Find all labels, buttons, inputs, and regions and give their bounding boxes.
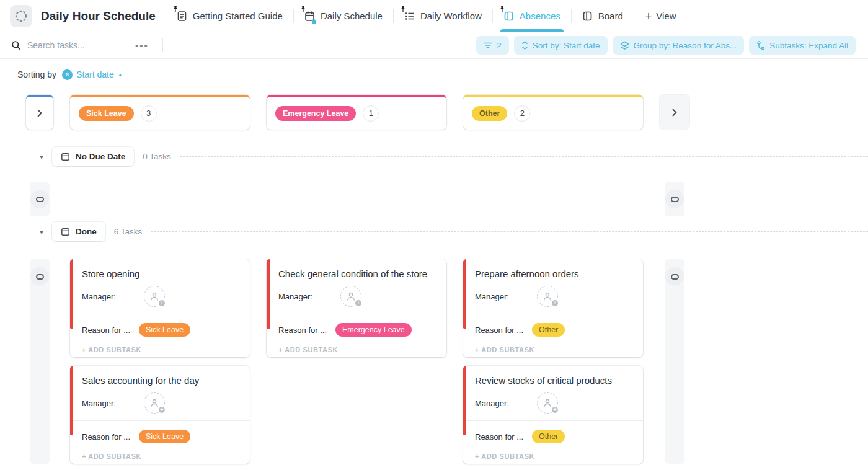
divider (70, 314, 250, 314)
group-by-button[interactable]: Group by: Reason for Abs... (613, 36, 745, 55)
add-subtask-button[interactable]: + ADD SUBTASK (82, 337, 141, 353)
status-stripe (70, 366, 73, 435)
add-view-button[interactable]: + View (634, 0, 688, 32)
reason-tag[interactable]: Emergency Leave (335, 323, 412, 337)
lane-column-sick-leave: Store opening Manager: + Reason for ... … (70, 259, 250, 464)
column-count-badge: 3 (141, 105, 157, 122)
group-task-count: 0 Tasks (143, 152, 171, 161)
add-assignee-icon: + (551, 406, 559, 414)
collapsed-column-left[interactable] (26, 95, 53, 130)
group-card-no-due-date[interactable]: No Due Date (52, 147, 134, 166)
group-name: Done (76, 227, 97, 236)
task-title: Store opening (82, 268, 240, 279)
task-card-sales-accounting[interactable]: Sales accounting for the day Manager: + … (70, 366, 250, 464)
collapsed-column-right[interactable] (660, 95, 689, 130)
more-options-button[interactable]: ••• (135, 40, 149, 51)
manager-label: Manager: (82, 399, 139, 408)
calendar-small-icon (61, 152, 70, 161)
reason-tag[interactable]: Sick Leave (139, 430, 190, 443)
add-assignee-icon: + (354, 299, 363, 308)
task-title: Prepare afternoon orders (475, 268, 633, 279)
sort-direction-caret-icon[interactable]: ▲ (118, 72, 123, 78)
pin-icon (300, 6, 306, 12)
collapse-caret-icon[interactable]: ▾ (40, 228, 43, 236)
status-stripe (463, 366, 466, 435)
active-sort-chip[interactable]: ✕ Start date ▲ (62, 69, 123, 80)
plus-icon: + (645, 11, 652, 22)
add-subtask-button[interactable]: + ADD SUBTASK (475, 337, 534, 353)
group-card-done[interactable]: Done (52, 222, 105, 241)
subtasks-button[interactable]: Subtasks: Expand All (749, 36, 856, 55)
column-header-sick-leave[interactable]: Sick Leave 3 (70, 95, 250, 130)
reason-tag[interactable]: Other (532, 323, 565, 337)
add-subtask-button[interactable]: + ADD SUBTASK (278, 337, 338, 353)
collapsed-lane-right[interactable] (665, 259, 684, 464)
add-assignee-avatar[interactable]: + (144, 286, 165, 307)
workspace-spinner-icon[interactable] (10, 5, 32, 27)
reason-label: Reason for ... (82, 326, 139, 335)
reason-tag[interactable]: Other (532, 430, 565, 443)
status-oval-icon (665, 190, 684, 208)
tab-label: Daily Schedule (321, 11, 383, 21)
column-count-badge: 2 (514, 105, 530, 122)
sort-by-button[interactable]: Sort by: Start date (514, 36, 608, 55)
collapsed-lane-right[interactable] (665, 182, 684, 216)
add-assignee-avatar[interactable]: + (144, 392, 165, 414)
tab-label: Getting Started Guide (193, 11, 283, 21)
add-assignee-avatar[interactable]: + (340, 286, 361, 307)
status-oval-icon (30, 190, 49, 208)
task-card-store-opening[interactable]: Store opening Manager: + Reason for ... … (70, 259, 250, 357)
status-oval-icon (30, 267, 49, 286)
divider (70, 420, 250, 421)
group-header-no-due-date: ▾ No Due Date 0 Tasks (40, 146, 868, 167)
group-by-label: Group by: Reason for Abs... (634, 41, 737, 50)
tab-absences[interactable]: Absences (493, 0, 571, 32)
remove-sort-icon[interactable]: ✕ (62, 69, 73, 80)
add-assignee-avatar[interactable]: + (537, 286, 558, 307)
calendar-small-icon (61, 227, 70, 236)
kanban-board: Sick Leave 3 Emergency Leave 1 Other 2 ▾… (0, 95, 868, 470)
tab-getting-started-guide[interactable]: Getting Started Guide (166, 0, 293, 32)
task-card-prepare-orders[interactable]: Prepare afternoon orders Manager: + Reas… (463, 259, 643, 357)
board-icon (582, 11, 593, 22)
column-header-other[interactable]: Other 2 (463, 95, 643, 130)
collapsed-lane-left[interactable] (30, 259, 50, 464)
add-subtask-button[interactable]: + ADD SUBTASK (82, 443, 141, 460)
status-stripe (463, 259, 466, 329)
add-assignee-avatar[interactable]: + (537, 392, 558, 414)
group-header-done: ▾ Done 6 Tasks (40, 221, 868, 242)
lane-done: Store opening Manager: + Reason for ... … (26, 259, 868, 470)
tab-daily-workflow[interactable]: Daily Workflow (394, 0, 492, 32)
column-header-emergency-leave[interactable]: Emergency Leave 1 (267, 95, 446, 130)
sort-field-label: Start date (76, 69, 114, 79)
task-card-review-stocks[interactable]: Review stocks of critical products Manag… (463, 366, 643, 464)
calendar-icon (304, 11, 315, 22)
reason-label: Reason for ... (82, 432, 139, 441)
filter-count: 2 (497, 41, 502, 50)
filter-icon (484, 42, 492, 49)
lane-no-due-date (26, 182, 868, 216)
add-assignee-icon: + (551, 299, 559, 308)
collapsed-lane-left[interactable] (30, 182, 50, 216)
manager-label: Manager: (278, 292, 335, 301)
reason-label: Reason for ... (278, 326, 335, 335)
sorting-by-label: Sorting by (17, 69, 56, 79)
column-headers-row: Sick Leave 3 Emergency Leave 1 Other 2 (26, 95, 868, 130)
lane-column-emergency-leave: Check general condition of the store Man… (267, 259, 446, 357)
tab-daily-schedule[interactable]: Daily Schedule (294, 0, 393, 32)
checklist-icon (404, 11, 415, 22)
column-pill: Emergency Leave (275, 106, 356, 121)
page-title: Daily Hour Schedule (41, 9, 156, 23)
tab-board[interactable]: Board (572, 0, 634, 32)
search-input[interactable]: Search tasks... (11, 40, 133, 50)
tab-label: Daily Workflow (420, 11, 482, 21)
filter-button[interactable]: 2 (476, 36, 509, 55)
task-card-check-store[interactable]: Check general condition of the store Man… (267, 259, 446, 357)
status-stripe (267, 259, 270, 329)
sort-arrows-icon (521, 41, 528, 50)
reason-tag[interactable]: Sick Leave (139, 323, 190, 337)
add-subtask-button[interactable]: + ADD SUBTASK (475, 443, 534, 460)
layers-icon (620, 41, 629, 50)
collapse-caret-icon[interactable]: ▾ (40, 153, 43, 161)
group-task-count: 6 Tasks (114, 227, 143, 236)
